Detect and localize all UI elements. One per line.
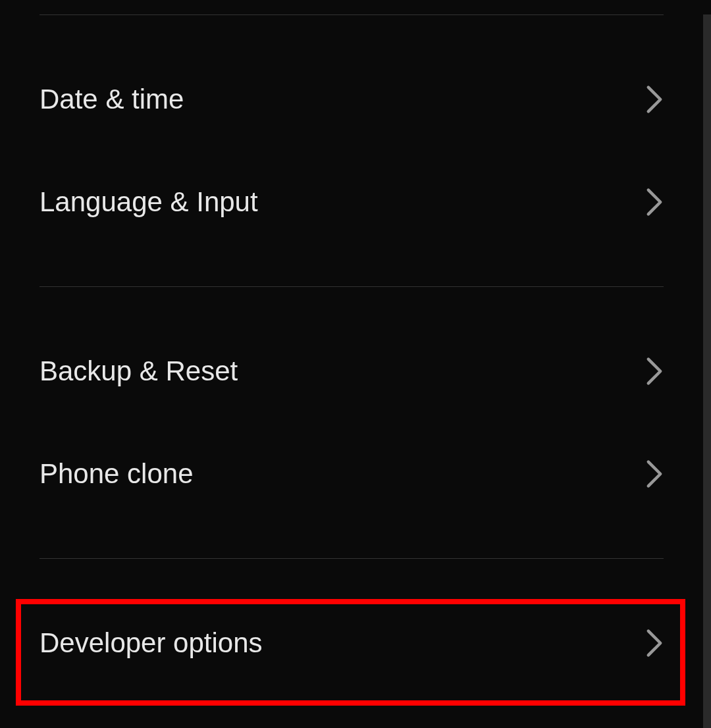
menu-item-backup-reset[interactable]: Backup & Reset xyxy=(40,320,664,423)
menu-item-label: Developer options xyxy=(40,627,263,659)
settings-screen: Date & time Language & Input xyxy=(0,14,711,728)
chevron-right-icon xyxy=(645,85,664,114)
menu-item-label: Backup & Reset xyxy=(40,355,238,387)
menu-item-label: Date & time xyxy=(40,84,184,115)
menu-item-phone-clone[interactable]: Phone clone xyxy=(40,423,664,525)
chevron-right-icon xyxy=(645,357,664,386)
menu-item-label: Phone clone xyxy=(40,458,194,490)
settings-group-3: Developer options xyxy=(40,559,664,727)
settings-list: Date & time Language & Input xyxy=(0,14,703,727)
chevron-right-icon xyxy=(645,629,664,658)
settings-group-1: Date & time Language & Input xyxy=(40,15,664,286)
menu-item-date-time[interactable]: Date & time xyxy=(40,48,664,151)
menu-item-language-input[interactable]: Language & Input xyxy=(40,151,664,253)
settings-group-2: Backup & Reset Phone clone xyxy=(40,287,664,558)
menu-item-label: Language & Input xyxy=(40,186,258,218)
menu-item-developer-options[interactable]: Developer options xyxy=(40,592,664,694)
scrollbar[interactable] xyxy=(703,14,711,728)
chevron-right-icon xyxy=(645,188,664,217)
chevron-right-icon xyxy=(645,459,664,488)
